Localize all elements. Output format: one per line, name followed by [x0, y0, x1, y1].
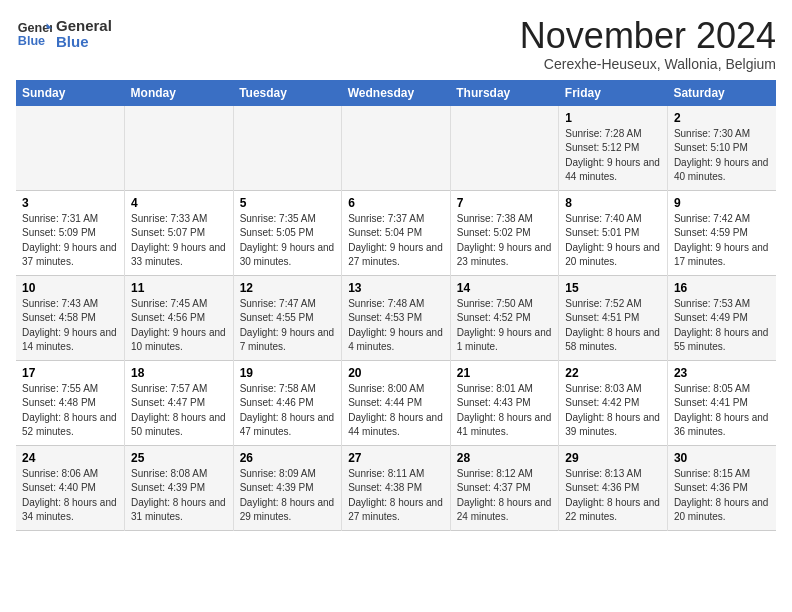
day-number: 26: [240, 451, 336, 465]
day-number: 22: [565, 366, 661, 380]
page-header: General Blue General Blue November 2024 …: [16, 16, 776, 72]
day-number: 7: [457, 196, 553, 210]
day-number: 30: [674, 451, 770, 465]
week-row-5: 24Sunrise: 8:06 AM Sunset: 4:40 PM Dayli…: [16, 445, 776, 530]
day-info: Sunrise: 8:12 AM Sunset: 4:37 PM Dayligh…: [457, 467, 553, 525]
calendar-table: Sunday Monday Tuesday Wednesday Thursday…: [16, 80, 776, 531]
day-number: 28: [457, 451, 553, 465]
col-sunday: Sunday: [16, 80, 125, 106]
logo-general: General: [56, 18, 112, 35]
day-info: Sunrise: 8:00 AM Sunset: 4:44 PM Dayligh…: [348, 382, 444, 440]
cell-w5-d5: 28Sunrise: 8:12 AM Sunset: 4:37 PM Dayli…: [450, 445, 559, 530]
day-info: Sunrise: 7:52 AM Sunset: 4:51 PM Dayligh…: [565, 297, 661, 355]
day-number: 15: [565, 281, 661, 295]
cell-w5-d1: 24Sunrise: 8:06 AM Sunset: 4:40 PM Dayli…: [16, 445, 125, 530]
day-info: Sunrise: 8:01 AM Sunset: 4:43 PM Dayligh…: [457, 382, 553, 440]
cell-w2-d4: 6Sunrise: 7:37 AM Sunset: 5:04 PM Daylig…: [342, 190, 451, 275]
day-number: 3: [22, 196, 118, 210]
cell-w2-d5: 7Sunrise: 7:38 AM Sunset: 5:02 PM Daylig…: [450, 190, 559, 275]
cell-w1-d1: [16, 106, 125, 191]
day-info: Sunrise: 8:11 AM Sunset: 4:38 PM Dayligh…: [348, 467, 444, 525]
cell-w4-d1: 17Sunrise: 7:55 AM Sunset: 4:48 PM Dayli…: [16, 360, 125, 445]
day-number: 18: [131, 366, 227, 380]
col-monday: Monday: [125, 80, 234, 106]
cell-w1-d5: [450, 106, 559, 191]
day-info: Sunrise: 7:38 AM Sunset: 5:02 PM Dayligh…: [457, 212, 553, 270]
cell-w4-d6: 22Sunrise: 8:03 AM Sunset: 4:42 PM Dayli…: [559, 360, 668, 445]
day-info: Sunrise: 8:13 AM Sunset: 4:36 PM Dayligh…: [565, 467, 661, 525]
day-info: Sunrise: 7:35 AM Sunset: 5:05 PM Dayligh…: [240, 212, 336, 270]
day-number: 5: [240, 196, 336, 210]
day-info: Sunrise: 7:47 AM Sunset: 4:55 PM Dayligh…: [240, 297, 336, 355]
cell-w5-d4: 27Sunrise: 8:11 AM Sunset: 4:38 PM Dayli…: [342, 445, 451, 530]
day-info: Sunrise: 7:42 AM Sunset: 4:59 PM Dayligh…: [674, 212, 770, 270]
day-number: 16: [674, 281, 770, 295]
col-saturday: Saturday: [667, 80, 776, 106]
week-row-3: 10Sunrise: 7:43 AM Sunset: 4:58 PM Dayli…: [16, 275, 776, 360]
cell-w4-d7: 23Sunrise: 8:05 AM Sunset: 4:41 PM Dayli…: [667, 360, 776, 445]
day-info: Sunrise: 7:43 AM Sunset: 4:58 PM Dayligh…: [22, 297, 118, 355]
month-title: November 2024: [520, 16, 776, 56]
day-info: Sunrise: 8:06 AM Sunset: 4:40 PM Dayligh…: [22, 467, 118, 525]
day-number: 29: [565, 451, 661, 465]
col-thursday: Thursday: [450, 80, 559, 106]
cell-w2-d6: 8Sunrise: 7:40 AM Sunset: 5:01 PM Daylig…: [559, 190, 668, 275]
cell-w2-d2: 4Sunrise: 7:33 AM Sunset: 5:07 PM Daylig…: [125, 190, 234, 275]
day-info: Sunrise: 7:55 AM Sunset: 4:48 PM Dayligh…: [22, 382, 118, 440]
logo: General Blue General Blue: [16, 16, 112, 52]
cell-w3-d7: 16Sunrise: 7:53 AM Sunset: 4:49 PM Dayli…: [667, 275, 776, 360]
cell-w3-d1: 10Sunrise: 7:43 AM Sunset: 4:58 PM Dayli…: [16, 275, 125, 360]
day-info: Sunrise: 8:09 AM Sunset: 4:39 PM Dayligh…: [240, 467, 336, 525]
location-subtitle: Cerexhe-Heuseux, Wallonia, Belgium: [520, 56, 776, 72]
day-number: 11: [131, 281, 227, 295]
day-number: 9: [674, 196, 770, 210]
cell-w5-d3: 26Sunrise: 8:09 AM Sunset: 4:39 PM Dayli…: [233, 445, 342, 530]
day-number: 10: [22, 281, 118, 295]
day-number: 6: [348, 196, 444, 210]
day-number: 1: [565, 111, 661, 125]
cell-w1-d3: [233, 106, 342, 191]
day-number: 20: [348, 366, 444, 380]
day-number: 8: [565, 196, 661, 210]
day-number: 23: [674, 366, 770, 380]
day-info: Sunrise: 8:08 AM Sunset: 4:39 PM Dayligh…: [131, 467, 227, 525]
cell-w5-d6: 29Sunrise: 8:13 AM Sunset: 4:36 PM Dayli…: [559, 445, 668, 530]
title-block: November 2024 Cerexhe-Heuseux, Wallonia,…: [520, 16, 776, 72]
day-info: Sunrise: 7:28 AM Sunset: 5:12 PM Dayligh…: [565, 127, 661, 185]
cell-w1-d7: 2Sunrise: 7:30 AM Sunset: 5:10 PM Daylig…: [667, 106, 776, 191]
col-tuesday: Tuesday: [233, 80, 342, 106]
day-number: 19: [240, 366, 336, 380]
cell-w4-d3: 19Sunrise: 7:58 AM Sunset: 4:46 PM Dayli…: [233, 360, 342, 445]
day-info: Sunrise: 7:48 AM Sunset: 4:53 PM Dayligh…: [348, 297, 444, 355]
week-row-1: 1Sunrise: 7:28 AM Sunset: 5:12 PM Daylig…: [16, 106, 776, 191]
day-info: Sunrise: 7:31 AM Sunset: 5:09 PM Dayligh…: [22, 212, 118, 270]
cell-w5-d2: 25Sunrise: 8:08 AM Sunset: 4:39 PM Dayli…: [125, 445, 234, 530]
week-row-4: 17Sunrise: 7:55 AM Sunset: 4:48 PM Dayli…: [16, 360, 776, 445]
day-number: 4: [131, 196, 227, 210]
day-info: Sunrise: 8:15 AM Sunset: 4:36 PM Dayligh…: [674, 467, 770, 525]
logo-icon: General Blue: [16, 16, 52, 52]
day-number: 12: [240, 281, 336, 295]
cell-w2-d3: 5Sunrise: 7:35 AM Sunset: 5:05 PM Daylig…: [233, 190, 342, 275]
cell-w3-d4: 13Sunrise: 7:48 AM Sunset: 4:53 PM Dayli…: [342, 275, 451, 360]
cell-w1-d6: 1Sunrise: 7:28 AM Sunset: 5:12 PM Daylig…: [559, 106, 668, 191]
cell-w4-d5: 21Sunrise: 8:01 AM Sunset: 4:43 PM Dayli…: [450, 360, 559, 445]
svg-text:Blue: Blue: [18, 34, 45, 48]
cell-w3-d3: 12Sunrise: 7:47 AM Sunset: 4:55 PM Dayli…: [233, 275, 342, 360]
day-info: Sunrise: 7:58 AM Sunset: 4:46 PM Dayligh…: [240, 382, 336, 440]
day-info: Sunrise: 7:33 AM Sunset: 5:07 PM Dayligh…: [131, 212, 227, 270]
day-number: 27: [348, 451, 444, 465]
cell-w5-d7: 30Sunrise: 8:15 AM Sunset: 4:36 PM Dayli…: [667, 445, 776, 530]
calendar-body: 1Sunrise: 7:28 AM Sunset: 5:12 PM Daylig…: [16, 106, 776, 531]
cell-w2-d1: 3Sunrise: 7:31 AM Sunset: 5:09 PM Daylig…: [16, 190, 125, 275]
cell-w1-d2: [125, 106, 234, 191]
cell-w3-d5: 14Sunrise: 7:50 AM Sunset: 4:52 PM Dayli…: [450, 275, 559, 360]
col-friday: Friday: [559, 80, 668, 106]
cell-w3-d6: 15Sunrise: 7:52 AM Sunset: 4:51 PM Dayli…: [559, 275, 668, 360]
day-number: 14: [457, 281, 553, 295]
header-row: Sunday Monday Tuesday Wednesday Thursday…: [16, 80, 776, 106]
day-number: 2: [674, 111, 770, 125]
cell-w2-d7: 9Sunrise: 7:42 AM Sunset: 4:59 PM Daylig…: [667, 190, 776, 275]
cell-w3-d2: 11Sunrise: 7:45 AM Sunset: 4:56 PM Dayli…: [125, 275, 234, 360]
col-wednesday: Wednesday: [342, 80, 451, 106]
